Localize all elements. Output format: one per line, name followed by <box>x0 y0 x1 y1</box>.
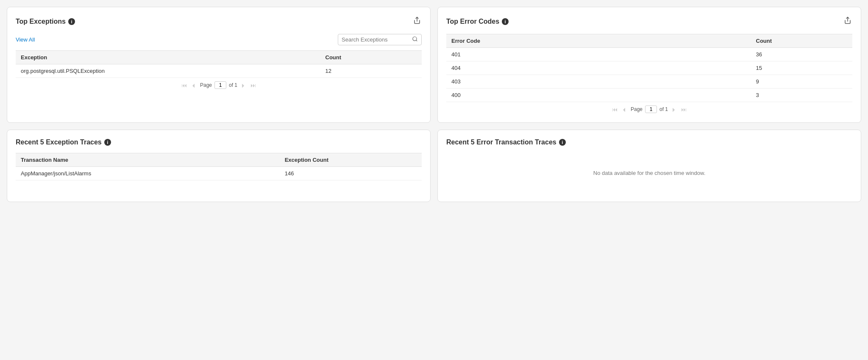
top-exceptions-title: Top Exceptions i <box>16 18 75 25</box>
error-count-cell: 9 <box>751 75 853 89</box>
error-code-cell: 401 <box>446 48 751 61</box>
recent-error-traces-header: Recent 5 Error Transaction Traces i <box>446 138 852 146</box>
top-error-codes-table: Error Code Count 401 36 404 15 403 9 400… <box>446 34 852 102</box>
table-row: org.postgresql.util.PSQLException 12 <box>16 64 422 78</box>
top-exceptions-pagination: ⏮ ⏴ Page of 1 ⏵ ⏭ <box>16 78 422 90</box>
recent-exception-col-name: Transaction Name <box>16 153 280 167</box>
table-row: 400 3 <box>446 89 852 102</box>
error-pag-page-label: Page <box>631 106 643 112</box>
top-error-codes-card: Top Error Codes i Error Code Count 401 <box>437 7 861 123</box>
top-error-codes-title-text: Top Error Codes <box>446 18 499 25</box>
top-error-codes-header-row: Error Code Count <box>446 34 852 48</box>
recent-exception-traces-title: Recent 5 Exception Traces i <box>16 138 111 146</box>
top-exceptions-table-header-row: Exception Count <box>16 51 422 64</box>
error-pag-last-btn[interactable]: ⏭ <box>680 106 687 113</box>
top-error-codes-header: Top Error Codes i <box>446 16 852 27</box>
recent-exception-traces-card: Recent 5 Exception Traces i Transaction … <box>7 130 431 202</box>
recent-exception-traces-header-row: Transaction Name Exception Count <box>16 153 422 167</box>
top-exceptions-toolbar: View All <box>16 34 422 45</box>
pag-page-input[interactable] <box>214 81 226 89</box>
error-pag-next-btn[interactable]: ⏵ <box>670 106 678 113</box>
top-exceptions-col-exception: Exception <box>16 51 320 64</box>
recent-error-traces-title: Recent 5 Error Transaction Traces i <box>446 138 566 146</box>
table-row: 404 15 <box>446 61 852 75</box>
pag-prev-btn[interactable]: ⏴ <box>190 82 198 89</box>
trace-name-cell: AppManager/json/ListAlarms <box>16 167 280 180</box>
top-error-col-count: Count <box>751 34 853 48</box>
error-code-cell: 403 <box>446 75 751 89</box>
top-error-pagination: ⏮ ⏴ Page of 1 ⏵ ⏭ <box>446 102 852 114</box>
recent-error-traces-title-text: Recent 5 Error Transaction Traces <box>446 138 556 146</box>
dashboard-grid: Top Exceptions i View All <box>7 7 861 202</box>
error-code-cell: 400 <box>446 89 751 102</box>
top-error-col-code: Error Code <box>446 34 751 48</box>
recent-error-traces-no-data: No data available for the chosen time wi… <box>446 153 852 193</box>
search-exceptions-box <box>338 34 422 45</box>
trace-count-cell: 146 <box>280 167 422 180</box>
recent-exception-col-count: Exception Count <box>280 153 422 167</box>
error-pag-prev-btn[interactable]: ⏴ <box>621 106 628 113</box>
error-count-cell: 36 <box>751 48 853 61</box>
top-error-codes-title: Top Error Codes i <box>446 18 509 25</box>
error-code-cell: 404 <box>446 61 751 75</box>
view-all-link[interactable]: View All <box>16 36 35 43</box>
recent-error-traces-info-icon[interactable]: i <box>559 139 566 146</box>
exception-name-cell: org.postgresql.util.PSQLException <box>16 64 320 78</box>
recent-exception-traces-header: Recent 5 Exception Traces i <box>16 138 422 146</box>
top-exceptions-share-button[interactable] <box>412 16 422 27</box>
exception-count-cell: 12 <box>320 64 422 78</box>
top-exceptions-card: Top Exceptions i View All <box>7 7 431 123</box>
recent-exception-traces-table: Transaction Name Exception Count AppMana… <box>16 153 422 180</box>
pag-first-btn[interactable]: ⏮ <box>181 82 188 89</box>
top-error-codes-share-button[interactable] <box>843 16 852 27</box>
table-row: 401 36 <box>446 48 852 61</box>
pag-last-btn[interactable]: ⏭ <box>250 82 257 89</box>
top-exceptions-title-text: Top Exceptions <box>16 18 66 25</box>
svg-line-2 <box>416 40 417 42</box>
error-pag-of-label: of 1 <box>659 106 668 112</box>
table-row: AppManager/json/ListAlarms 146 <box>16 167 422 180</box>
table-row: 403 9 <box>446 75 852 89</box>
top-exceptions-header: Top Exceptions i <box>16 16 422 27</box>
pag-of-label: of 1 <box>229 82 237 88</box>
error-pag-page-input[interactable] <box>645 105 657 113</box>
error-count-cell: 3 <box>751 89 853 102</box>
recent-error-traces-card: Recent 5 Error Transaction Traces i No d… <box>437 130 861 202</box>
recent-exception-traces-title-text: Recent 5 Exception Traces <box>16 138 102 146</box>
top-exceptions-table: Exception Count org.postgresql.util.PSQL… <box>16 50 422 78</box>
pag-page-label: Page <box>200 82 212 88</box>
top-exceptions-info-icon[interactable]: i <box>68 18 75 25</box>
search-exceptions-input[interactable] <box>342 36 409 43</box>
recent-exception-traces-info-icon[interactable]: i <box>104 139 111 146</box>
error-pag-first-btn[interactable]: ⏮ <box>611 106 618 113</box>
error-count-cell: 15 <box>751 61 853 75</box>
search-icon <box>412 36 418 43</box>
top-error-codes-info-icon[interactable]: i <box>502 18 509 25</box>
top-exceptions-col-count: Count <box>320 51 422 64</box>
svg-point-1 <box>413 37 417 41</box>
pag-next-btn[interactable]: ⏵ <box>240 82 247 89</box>
